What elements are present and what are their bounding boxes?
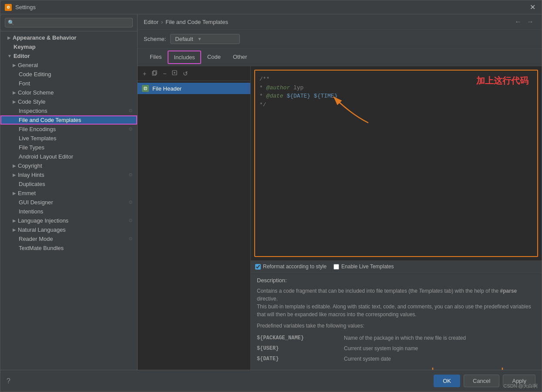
tab-code[interactable]: Code [201,50,227,64]
live-templates-checkbox[interactable] [333,264,339,270]
desc-key-user: ${USER} [257,345,344,352]
add-button[interactable]: + [141,69,148,78]
nav-buttons: ← → [513,18,535,26]
sidebar-item-label: Editor [13,53,133,59]
sidebar-item-natural-languages[interactable]: ▶ Natural Languages [0,225,137,234]
sidebar-item-android-layout-editor[interactable]: Android Layout Editor [0,152,137,161]
reformat-checkbox[interactable] [255,264,261,270]
expand-arrow: ▶ [13,172,16,177]
sidebar-item-inlay-hints[interactable]: ▶ Inlay Hints ⚙ [0,170,137,179]
tab-files[interactable]: Files [144,50,168,64]
template-item-file-header[interactable]: File Header [138,83,250,94]
chevron-down-icon: ▼ [198,37,202,41]
sidebar-item-label: Android Layout Editor [13,153,133,160]
sidebar-item-language-injections[interactable]: ▶ Language Injections ⚙ [0,216,137,225]
desc-row-package: ${PACKAGE_NAME} Name of the package in w… [257,334,535,342]
tree-area: ▶ Appearance & Behavior Keymap ▼ Editor … [0,31,137,370]
template-list-panel: + − ↺ [138,66,251,370]
sidebar-item-live-templates[interactable]: Live Templates [0,134,137,143]
sidebar-item-label: Duplicates [13,181,133,187]
search-input[interactable] [16,20,130,26]
copy-button[interactable] [150,69,159,78]
sidebar-item-file-encodings[interactable]: File Encodings ⚙ [0,125,137,134]
sidebar-item-editor[interactable]: ▼ Editor [0,51,137,61]
sidebar-item-duplicates[interactable]: Duplicates [0,179,137,189]
sidebar-item-textmate-bundles[interactable]: TextMate Bundles [0,243,137,253]
duplicate-button[interactable] [170,69,179,78]
sidebar-item-label: Intentions [13,208,133,215]
desc-text-3: Predefined variables take the following … [257,322,535,330]
sidebar-item-gui-designer[interactable]: GUI Designer ⚙ [0,198,137,207]
expand-arrow: ▶ [13,99,16,104]
breadcrumb-bar: Editor › File and Code Templates ← → [138,14,542,30]
sidebar-item-copyright[interactable]: ▶ Copyright [0,161,137,170]
sidebar-item-label: File Encodings [13,126,128,132]
settings-icon: ⚙ [128,172,133,178]
sidebar-item-label: GUI Designer [13,199,128,206]
desc-key-package: ${PACKAGE_NAME} [257,334,344,342]
sidebar-item-label: Live Templates [13,135,133,142]
sidebar-item-label: Keymap [7,44,133,50]
scheme-label: Scheme: [144,36,166,42]
ok-button[interactable]: OK [434,375,460,387]
reset-button[interactable]: ↺ [181,69,190,78]
sidebar-item-label: Natural Languages [18,226,133,233]
remove-button[interactable]: − [161,69,168,78]
sidebar-item-reader-mode[interactable]: Reader Mode ⚙ [0,234,137,243]
tab-other[interactable]: Other [227,50,253,64]
watermark: CSDN @大白啊 [504,383,538,389]
tabs-bar: Files Includes Code Other [138,49,542,66]
tab-includes[interactable]: Includes [168,51,201,64]
expand-arrow: ▶ [13,227,16,232]
right-panel: Editor › File and Code Templates ← → Sch… [138,14,542,370]
settings-icon: ⚙ [128,108,133,114]
template-toolbar: + − ↺ [138,66,250,81]
editor-area: + − ↺ [138,66,542,370]
expand-arrow: ▶ [13,163,16,168]
main-content: 🔍 ▶ Appearance & Behavior Keymap ▼ Edito… [0,14,542,370]
sidebar-item-label: Code Style [18,98,133,105]
description-title: Description: [257,277,535,284]
sidebar-item-code-editing[interactable]: Code Editing [0,70,137,79]
scheme-dropdown[interactable]: Default ▼ [170,34,240,44]
help-icon[interactable]: ? [7,377,10,385]
cancel-button[interactable]: Cancel [464,375,499,387]
sidebar-item-code-style[interactable]: ▶ Code Style [0,97,137,106]
template-list: File Header [138,81,250,370]
sidebar-item-font[interactable]: Font [0,79,137,88]
sidebar-item-label: File and Code Templates [13,117,133,123]
code-editor[interactable]: /** * @author lyp * @date ${DATE} ${TIME… [254,70,538,257]
options-bar: Reformat according to style Enable Live … [251,260,542,272]
sidebar-item-appearance[interactable]: ▶ Appearance & Behavior [0,33,137,42]
breadcrumb-parent: Editor [144,19,158,25]
sidebar-item-inspections[interactable]: Inspections ⚙ [0,106,137,115]
sidebar-item-emmet[interactable]: ▶ Emmet [0,189,137,198]
sidebar-item-keymap[interactable]: Keymap [0,42,137,51]
forward-button[interactable]: → [525,18,535,26]
sidebar-item-file-code-templates[interactable]: File and Code Templates [0,115,137,125]
live-templates-checkbox-label[interactable]: Enable Live Templates [333,264,394,270]
sidebar-item-intentions[interactable]: Intentions [0,207,137,216]
search-bar: 🔍 [0,14,137,31]
search-input-container[interactable]: 🔍 [5,18,133,27]
back-button[interactable]: ← [513,18,523,26]
settings-icon: ⚙ [128,236,133,242]
description-panel: Description: Contains a code fragment th… [251,272,542,370]
reformat-checkbox-label[interactable]: Reformat according to style [255,264,327,270]
template-icon [142,85,149,92]
annotation-text: 加上这行代码 [476,75,529,87]
sidebar-item-label: TextMate Bundles [13,245,133,251]
desc-table: ${PACKAGE_NAME} Name of the package in w… [257,334,535,363]
expand-arrow: ▶ [13,63,16,68]
desc-val-date: Current system date [344,355,391,363]
expand-arrow: ▶ [13,191,16,196]
title-bar: ⚙ Settings ✕ [0,0,542,14]
sidebar-item-file-types[interactable]: File Types [0,143,137,152]
expand-arrow: ▶ [7,35,11,40]
sidebar-item-label: Inspections [13,108,128,114]
sidebar-item-color-scheme[interactable]: ▶ Color Scheme [0,88,137,97]
close-button[interactable]: ✕ [528,3,537,11]
bottom-bar: ? OK Cancel Apply [0,370,542,392]
sidebar-item-general[interactable]: ▶ General [0,61,137,70]
desc-val-package: Name of the package in which the new fil… [344,334,466,342]
